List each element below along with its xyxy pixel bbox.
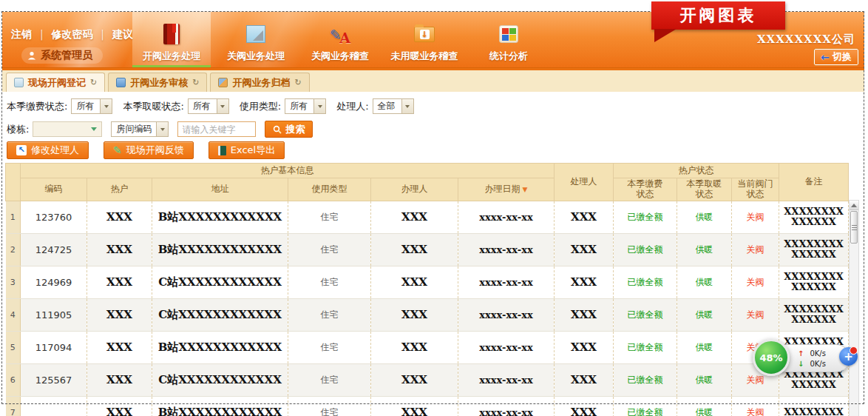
- col-header-date[interactable]: 办理日期▼: [458, 178, 555, 201]
- table-row[interactable]: 5117094XXXB站XXXXXXXXXXXX住宅XXXxxxx-xx-xxX…: [6, 331, 849, 363]
- search-field-select[interactable]: 房间编码: [111, 121, 169, 137]
- cell-pay-status: 已缴全额: [614, 331, 677, 363]
- dropdown-trigger-icon[interactable]: [217, 99, 228, 113]
- cell-address: B站XXXXXXXXXXXX: [152, 233, 288, 266]
- cell-valve-status: 关阀: [732, 233, 779, 266]
- nav-no-heating-audit[interactable]: ↓ 未用暖业务稽查: [385, 12, 464, 68]
- nav-label: 关阀业务稽查: [311, 50, 369, 63]
- cell-handler: XXX: [371, 396, 458, 416]
- scrollbar-thumb[interactable]: [850, 211, 858, 244]
- cell-handler: XXX: [371, 201, 458, 233]
- select-value: 所有: [189, 99, 217, 113]
- notification-badge-icon[interactable]: +: [839, 347, 858, 366]
- folder-download-icon: ↓: [414, 22, 435, 46]
- form-icon: [116, 78, 126, 87]
- cell-code: 117094: [21, 331, 87, 363]
- cell-use-type: 住宅: [288, 266, 371, 298]
- group-header-basic-info: 热户基本信息: [21, 164, 555, 178]
- tab-onsite-open-valve-register[interactable]: 现场开阀登记 ↻: [6, 73, 105, 92]
- cell-num: 1: [6, 201, 21, 233]
- nav-open-valve-processing[interactable]: 开阀业务处理: [132, 12, 211, 68]
- records-table-wrap: 热户基本信息 处理人 热户状态 备注 编码 热户 地址 使用类型 办理人 办理日…: [5, 163, 860, 416]
- cell-remark: XXXXXXXX XXXXXX: [779, 266, 849, 298]
- cell-heat-status: 供暖: [677, 298, 732, 331]
- use-type-select[interactable]: 所有: [285, 98, 326, 114]
- download-speed: 0K/s: [810, 360, 826, 368]
- cell-household: XXX: [87, 201, 152, 233]
- building-select[interactable]: [33, 121, 102, 137]
- modify-processor-button[interactable]: ↖ 修改处理人: [7, 141, 89, 159]
- cell-processor: XXX: [555, 298, 614, 331]
- switch-button[interactable]: ← 切换: [814, 49, 858, 65]
- screenshot-stage: 注销 | 修改密码 | 建议 系统管理员 开阀业务处理 关阀业务处理 ✎A: [0, 0, 868, 416]
- cell-handler: XXX: [371, 298, 458, 331]
- nav-close-valve-audit[interactable]: ✎A 关阀业务稽查: [301, 12, 379, 68]
- refresh-icon[interactable]: ↻: [192, 78, 199, 87]
- cell-household: XXX: [87, 298, 152, 331]
- search-button[interactable]: 搜索: [265, 121, 313, 138]
- cell-pay-status: 已缴全额: [614, 396, 677, 416]
- cell-remark: XXXXXXXX XXXXXX: [779, 233, 849, 266]
- link-separator: |: [40, 28, 44, 40]
- keyword-input[interactable]: [177, 121, 256, 137]
- records-table: 热户基本信息 处理人 热户状态 备注 编码 热户 地址 使用类型 办理人 办理日…: [5, 163, 849, 416]
- pay-status-select[interactable]: 所有: [71, 98, 112, 114]
- table-row[interactable]: 3124969XXXC站XXXXXXXXXXXX住宅XXXxxxx-xx-xxX…: [6, 266, 849, 298]
- memory-percent-ball[interactable]: 48%: [753, 339, 790, 376]
- stats-blocks-icon: [499, 22, 518, 46]
- upload-arrow-icon: ↑: [798, 349, 804, 358]
- cell-date: xxxx-xx-xx: [458, 201, 555, 233]
- cell-heat-status: 供暖: [677, 201, 732, 233]
- cell-remark: XXXXXXXX: [779, 396, 849, 416]
- processor-label: 处理人:: [336, 100, 368, 113]
- arrow-up-left-icon: ↖: [16, 145, 27, 155]
- upload-speed: 0K/s: [810, 349, 826, 358]
- table-row[interactable]: 4111905XXXC站XXXXXXXXXXXX住宅XXXxxxx-xx-xxX…: [6, 298, 849, 331]
- logout-link[interactable]: 注销: [11, 28, 32, 40]
- tab-open-valve-review[interactable]: 开阀业务审核 ↻: [108, 73, 207, 92]
- button-label: 修改处理人: [31, 144, 79, 157]
- table-row[interactable]: 7XXXB站XXXXXXXXXXXX住宅XXXxxxx-xx-xxXXX已缴全额…: [6, 396, 849, 416]
- tab-label: 现场开阀登记: [28, 76, 86, 90]
- excel-export-button[interactable]: Excel导出: [208, 141, 285, 159]
- dropdown-trigger-icon[interactable]: [401, 99, 413, 113]
- main-navigation: 开阀业务处理 关阀业务处理 ✎A 关阀业务稽查 ↓ 未用暖业务稽查: [132, 12, 548, 68]
- select-value: 全部: [373, 99, 401, 113]
- company-name: XXXXXXXX公司: [757, 33, 855, 47]
- refresh-icon[interactable]: ↻: [90, 78, 97, 87]
- dropdown-trigger-icon[interactable]: [313, 99, 325, 113]
- dropdown-trigger-icon[interactable]: [100, 99, 112, 113]
- suggestion-link[interactable]: 建议: [112, 28, 133, 40]
- cell-code: 111905: [21, 298, 87, 331]
- scrollbar-up-arrow[interactable]: [850, 201, 858, 210]
- refresh-icon[interactable]: ↻: [294, 78, 301, 87]
- search-label: 搜索: [285, 123, 305, 136]
- change-password-link[interactable]: 修改密码: [51, 28, 92, 40]
- cell-use-type: 住宅: [288, 331, 371, 363]
- red-book-icon: [163, 22, 180, 46]
- heat-status-select[interactable]: 所有: [188, 98, 229, 114]
- cell-processor: XXX: [555, 201, 614, 233]
- filter-row-2: 楼栋: 房间编码 搜索: [7, 121, 313, 138]
- cell-use-type: 住宅: [288, 298, 371, 331]
- switch-arrow-icon: ←: [821, 51, 830, 63]
- vertical-scrollbar[interactable]: [849, 200, 859, 416]
- col-header-pay-status: 本季缴费 状态: [614, 178, 677, 201]
- nav-label: 未用暖业务稽查: [391, 50, 458, 63]
- cell-code: 124725: [21, 233, 87, 266]
- cell-handler: XXX: [371, 266, 458, 298]
- cell-code: 125567: [21, 363, 87, 396]
- table-row[interactable]: 1123760XXXB站XXXXXXXXXXXX住宅XXXxxxx-xx-xxX…: [6, 201, 849, 233]
- table-row[interactable]: 2124725XXXB站XXXXXXXXXXXX住宅XXXxxxx-xx-xxX…: [6, 233, 849, 266]
- nav-statistics-analysis[interactable]: 统计分析: [469, 12, 548, 68]
- nav-close-valve-processing[interactable]: 关阀业务处理: [217, 12, 295, 68]
- account-links: 注销 | 修改密码 | 建议: [11, 28, 133, 41]
- onsite-feedback-button[interactable]: ✎ 现场开阀反馈: [104, 141, 194, 159]
- table-row[interactable]: 6125567XXXC站XXXXXXXXXXXX住宅XXXxxxx-xx-xxX…: [6, 363, 849, 396]
- cell-code: 123760: [21, 201, 87, 233]
- dropdown-trigger-icon[interactable]: [156, 122, 168, 136]
- tab-open-valve-archive[interactable]: 开阀业务归档 ↻: [210, 73, 309, 92]
- processor-select[interactable]: 全部: [373, 98, 414, 114]
- cell-date: xxxx-xx-xx: [458, 298, 555, 331]
- switch-label: 切换: [833, 50, 852, 64]
